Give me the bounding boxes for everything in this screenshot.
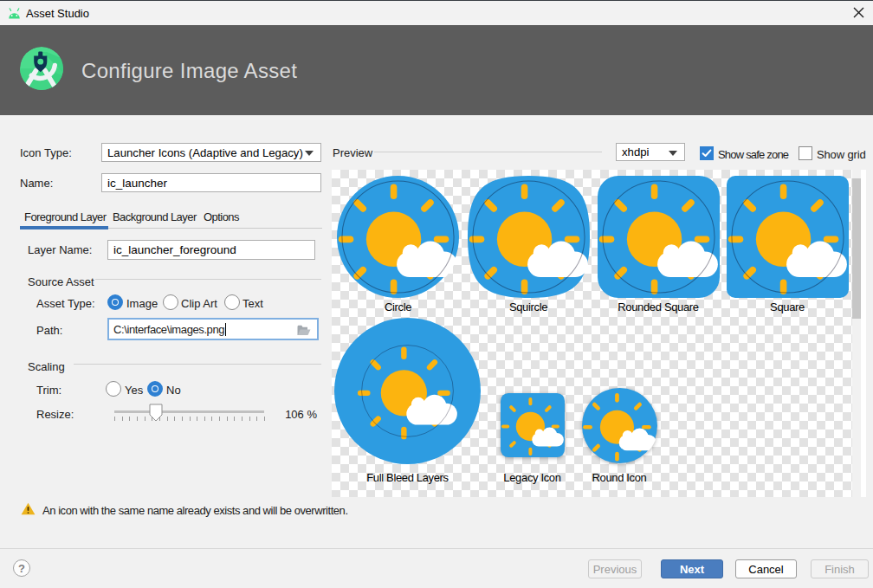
preview-divider xyxy=(374,152,602,152)
resize-value: 106 % xyxy=(265,407,317,422)
slider-tick-mark xyxy=(114,417,115,421)
chevron-down-icon xyxy=(305,151,314,156)
source-asset-divider xyxy=(95,279,321,280)
dialog-header: Configure Image Asset xyxy=(0,25,873,115)
selected-tab-underline xyxy=(20,226,108,229)
show-grid-label: Show grid xyxy=(817,147,865,162)
preview-panel: Circle Squircle Rounded Square Square Fu… xyxy=(332,170,866,497)
slider-tick-mark xyxy=(145,417,146,421)
slider-tick-mark xyxy=(227,417,228,421)
slider-tick-mark xyxy=(182,417,183,421)
radio-trim-yes[interactable] xyxy=(106,381,121,397)
density-select[interactable]: xhdpi xyxy=(616,143,685,161)
preview-icon-legacy xyxy=(501,393,565,457)
android-head-icon xyxy=(7,7,22,20)
folder-browse-icon[interactable] xyxy=(297,325,311,336)
radio-trim-no-label: No xyxy=(166,383,181,397)
radio-text-label: Text xyxy=(242,296,263,311)
preview-icon-label: Round Icon xyxy=(582,471,657,484)
name-label: Name: xyxy=(20,176,53,191)
preview-icon-rounded-square xyxy=(598,176,720,298)
asset-type-label: Asset Type: xyxy=(36,296,95,311)
radio-trim-yes-label: Yes xyxy=(125,383,143,397)
resize-slider-thumb[interactable] xyxy=(149,404,163,422)
preview-icon-label: Circle xyxy=(337,300,459,313)
path-input[interactable]: C:\interface\images.png xyxy=(107,318,319,340)
close-button[interactable] xyxy=(845,1,871,24)
resize-slider-track[interactable] xyxy=(114,410,264,413)
tab-background-layer[interactable]: Background Layer xyxy=(113,210,197,223)
slider-tick-mark xyxy=(137,417,138,421)
warning-icon xyxy=(21,502,36,515)
preview-icon-label: Rounded Square xyxy=(598,300,720,313)
preview-icon-squircle xyxy=(468,176,590,298)
preview-scrollbar[interactable] xyxy=(852,170,861,497)
show-safe-zone-checkbox[interactable] xyxy=(700,146,714,160)
preview-icon-full-bleed xyxy=(334,318,481,464)
warning-text: An icon with the same name already exist… xyxy=(42,504,348,517)
radio-image-label: Image xyxy=(126,296,158,311)
slider-tick-mark xyxy=(204,417,205,421)
trim-label: Trim: xyxy=(36,383,61,397)
show-grid-checkbox[interactable] xyxy=(799,146,812,160)
finish-button[interactable]: Finish xyxy=(811,559,869,578)
preview-scrollbar-thumb[interactable] xyxy=(852,178,861,319)
scaling-divider xyxy=(74,364,321,365)
cancel-button[interactable]: Cancel xyxy=(735,559,797,578)
slider-tick-mark xyxy=(129,417,130,421)
text-caret xyxy=(225,323,226,336)
footer-divider xyxy=(0,548,873,549)
checkmark-icon xyxy=(701,147,713,159)
slider-tick-mark xyxy=(211,417,212,421)
slider-tick-mark xyxy=(256,417,257,421)
resize-slider-ticks xyxy=(114,417,264,422)
preview-icon-square xyxy=(727,176,849,298)
preview-icon-label: Squircle xyxy=(468,300,590,313)
slider-tick-mark xyxy=(167,417,168,421)
density-value: xhdpi xyxy=(622,145,650,158)
slider-tick-mark xyxy=(249,417,250,421)
path-value: C:\interface\images.png xyxy=(113,323,224,336)
slider-tick-mark xyxy=(174,417,175,421)
path-label: Path: xyxy=(36,323,62,338)
window-title: Asset Studio xyxy=(26,7,89,20)
preview-icon-round xyxy=(582,388,657,463)
question-mark-icon: ? xyxy=(18,562,25,575)
preview-icon-label: Square xyxy=(727,300,849,313)
layer-name-input[interactable]: ic_launcher_foreground xyxy=(107,240,315,260)
slider-tick-mark xyxy=(242,417,242,421)
preview-icon-label: Legacy Icon xyxy=(501,471,565,484)
slider-tick-mark xyxy=(219,417,220,421)
preview-icon-label: Full Bleed Layers xyxy=(334,471,481,484)
radio-clip-art[interactable] xyxy=(163,294,178,310)
preview-icon-circle xyxy=(337,176,459,298)
slider-tick-mark xyxy=(122,417,123,421)
icon-type-select[interactable]: Launcher Icons (Adaptive and Legacy) xyxy=(101,143,321,162)
previous-button[interactable]: Previous xyxy=(588,559,642,578)
radio-trim-no[interactable] xyxy=(147,381,163,397)
resize-label: Resize: xyxy=(36,407,74,422)
slider-tick-mark xyxy=(197,417,197,421)
radio-clip-art-label: Clip Art xyxy=(181,296,217,311)
icon-type-label: Icon Type: xyxy=(20,145,72,160)
radio-text[interactable] xyxy=(224,294,240,310)
tab-options[interactable]: Options xyxy=(204,210,239,223)
source-asset-section-label: Source Asset xyxy=(28,275,94,289)
close-icon xyxy=(853,7,864,18)
slider-tick-mark xyxy=(234,417,235,421)
dialog-title: Configure Image Asset xyxy=(81,58,297,84)
next-button[interactable]: Next xyxy=(661,559,723,578)
android-studio-logo xyxy=(20,47,63,90)
help-button[interactable]: ? xyxy=(13,559,30,577)
preview-label: Preview xyxy=(333,145,372,160)
radio-image[interactable] xyxy=(107,294,123,310)
layer-name-label: Layer Name: xyxy=(28,242,92,257)
scaling-section-label: Scaling xyxy=(28,359,65,374)
icon-type-value: Launcher Icons (Adaptive and Legacy) xyxy=(107,146,303,159)
layer-name-value: ic_launcher_foreground xyxy=(113,243,236,256)
name-input[interactable]: ic_launcher xyxy=(101,173,321,192)
tab-foreground-layer[interactable]: Foreground Layer xyxy=(24,210,107,223)
title-bar: Asset Studio xyxy=(0,1,873,25)
chevron-down-icon xyxy=(669,151,677,156)
slider-tick-mark xyxy=(190,417,191,421)
